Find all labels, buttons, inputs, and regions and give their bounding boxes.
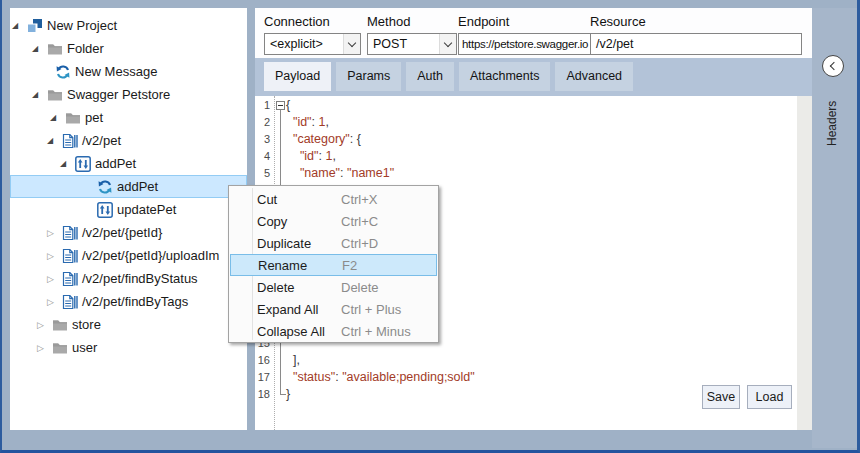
fold-margin bbox=[270, 131, 286, 148]
endpoint-input[interactable]: https://petstore.swagger.io bbox=[458, 33, 592, 55]
resource-icon bbox=[62, 271, 78, 287]
tree-item-label: New Project bbox=[47, 18, 117, 33]
expander-open-icon[interactable]: ◢ bbox=[12, 21, 27, 30]
save-button[interactable]: Save bbox=[702, 385, 740, 409]
project-tree-panel: ◢ New Project ◢ Folder New Message ◢ Swa… bbox=[10, 8, 247, 430]
menu-item-shortcut: Ctrl+X bbox=[341, 192, 377, 207]
line-number: 18 bbox=[255, 386, 270, 403]
tab-payload[interactable]: Payload bbox=[264, 62, 331, 91]
tree-item-label: addPet bbox=[95, 156, 136, 171]
expander-collapsed-icon[interactable]: ▷ bbox=[47, 274, 62, 284]
code-text: } bbox=[286, 386, 290, 403]
tree-item--v2-pet-petid-[interactable]: ▷ /v2/pet/{petId} bbox=[10, 221, 247, 244]
menu-item-shortcut: Ctrl + Plus bbox=[341, 302, 401, 317]
fold-toggle-icon[interactable] bbox=[276, 101, 285, 110]
tree-item-pet[interactable]: ◢ pet bbox=[10, 106, 247, 129]
fold-guide-elbow bbox=[280, 394, 286, 395]
tree-item-label: /v2/pet/findByStatus bbox=[82, 271, 198, 286]
expander-collapsed-icon[interactable]: ▷ bbox=[47, 251, 62, 261]
folder-icon bbox=[52, 317, 68, 333]
menu-item-cut[interactable]: Cut Ctrl+X bbox=[229, 188, 438, 210]
menu-item-rename[interactable]: Rename F2 bbox=[230, 254, 437, 276]
tree-item-label: addPet bbox=[117, 179, 158, 194]
tree-item-addpet[interactable]: ◢ addPet bbox=[10, 152, 247, 175]
fold-margin bbox=[270, 148, 286, 165]
endpoint-label: Endpoint bbox=[458, 14, 592, 32]
fold-margin bbox=[270, 352, 286, 369]
line-number: 16 bbox=[255, 352, 270, 369]
expander-collapsed-icon[interactable]: ▷ bbox=[37, 343, 52, 353]
expander-collapsed-icon[interactable]: ▷ bbox=[47, 228, 62, 238]
project-tree: ◢ New Project ◢ Folder New Message ◢ Swa… bbox=[10, 8, 247, 359]
expander-collapsed-icon[interactable]: ▷ bbox=[47, 297, 62, 307]
menu-item-label: Duplicate bbox=[257, 236, 311, 251]
tree-item-label: /v2/pet/{petId}/uploadIm bbox=[82, 248, 219, 263]
dropdown-chevron-box bbox=[439, 34, 456, 54]
expander-open-icon[interactable]: ◢ bbox=[60, 159, 75, 168]
menu-item-label: Copy bbox=[257, 214, 287, 229]
resource-icon bbox=[62, 294, 78, 310]
request-tab-strip: PayloadParamsAuthAttachmentsAdvanced bbox=[255, 58, 812, 96]
tree-item-label: /v2/pet/findByTags bbox=[82, 294, 188, 309]
menu-item-copy[interactable]: Copy Ctrl+C bbox=[229, 210, 438, 232]
dropdown-chevron-box bbox=[343, 34, 360, 54]
code-text: "category": { bbox=[286, 131, 361, 148]
tree-item-store[interactable]: ▷ store bbox=[10, 313, 247, 336]
menu-item-shortcut: Ctrl+C bbox=[341, 214, 378, 229]
expander-open-icon[interactable]: ◢ bbox=[32, 90, 47, 99]
load-button[interactable]: Load bbox=[747, 385, 792, 409]
folder-icon bbox=[65, 110, 81, 126]
line-number: 5 bbox=[255, 165, 270, 182]
connection-label: Connection bbox=[264, 14, 361, 32]
tab-attachments[interactable]: Attachments bbox=[459, 62, 550, 91]
tree-item--v2-pet-findbytags[interactable]: ▷ /v2/pet/findByTags bbox=[10, 290, 247, 313]
method-select[interactable]: POST bbox=[367, 33, 457, 55]
tree-item-new-project[interactable]: ◢ New Project bbox=[10, 14, 247, 37]
tree-item-label: store bbox=[72, 317, 101, 332]
menu-item-label: Expand All bbox=[257, 302, 318, 317]
code-line: 16 ], bbox=[255, 352, 796, 369]
tree-item-user[interactable]: ▷ user bbox=[10, 336, 247, 359]
tree-item--v2-pet-findbystatus[interactable]: ▷ /v2/pet/findByStatus bbox=[10, 267, 247, 290]
expander-open-icon[interactable]: ◢ bbox=[47, 136, 62, 145]
connection-select[interactable]: <explicit> bbox=[264, 33, 361, 55]
tree-item-label: New Message bbox=[75, 64, 157, 79]
tree-item-updatepet[interactable]: updatePet bbox=[10, 198, 247, 221]
expand-panel-button[interactable] bbox=[822, 55, 844, 77]
resource-label: Resource bbox=[590, 14, 802, 32]
tree-item-swagger-petstore[interactable]: ◢ Swagger Petstore bbox=[10, 83, 247, 106]
method-value: POST bbox=[373, 37, 407, 51]
tree-item--v2-pet-petid-uploadim[interactable]: ▷ /v2/pet/{petId}/uploadIm bbox=[10, 244, 247, 267]
method-field: Method POST bbox=[367, 14, 457, 55]
fold-margin bbox=[270, 369, 286, 386]
tree-item-label: updatePet bbox=[117, 202, 176, 217]
tree-item-label: /v2/pet/{petId} bbox=[82, 225, 162, 240]
tree-item--v2-pet[interactable]: ◢ /v2/pet bbox=[10, 129, 247, 152]
tree-item-new-message[interactable]: New Message bbox=[10, 60, 247, 83]
tree-item-label: user bbox=[72, 340, 97, 355]
menu-item-collapse-all[interactable]: Collapse All Ctrl + Minus bbox=[229, 320, 438, 342]
menu-item-expand-all[interactable]: Expand All Ctrl + Plus bbox=[229, 298, 438, 320]
refresh-icon bbox=[97, 179, 113, 195]
tree-item-folder[interactable]: ◢ Folder bbox=[10, 37, 247, 60]
tree-item-label: /v2/pet bbox=[82, 133, 121, 148]
tab-advanced[interactable]: Advanced bbox=[555, 62, 633, 91]
expander-collapsed-icon[interactable]: ▷ bbox=[37, 320, 52, 330]
context-menu: Cut Ctrl+X Copy Ctrl+C Duplicate Ctrl+D … bbox=[228, 185, 439, 343]
headers-panel-tab[interactable]: Headers bbox=[812, 8, 857, 448]
code-text: { bbox=[286, 97, 290, 114]
line-number: 3 bbox=[255, 131, 270, 148]
connection-bar: Connection <explicit> Method POST Endpoi… bbox=[255, 8, 812, 58]
tree-item-label: Swagger Petstore bbox=[67, 87, 170, 102]
expander-open-icon[interactable]: ◢ bbox=[32, 44, 47, 53]
menu-item-duplicate[interactable]: Duplicate Ctrl+D bbox=[229, 232, 438, 254]
tab-params[interactable]: Params bbox=[336, 62, 401, 91]
resource-input[interactable]: /v2/pet bbox=[590, 33, 802, 55]
line-number: 1 bbox=[255, 97, 270, 114]
line-number: 17 bbox=[255, 369, 270, 386]
expander-open-icon[interactable]: ◢ bbox=[50, 113, 65, 122]
menu-item-delete[interactable]: Delete Delete bbox=[229, 276, 438, 298]
code-text: ], bbox=[286, 352, 300, 369]
tab-auth[interactable]: Auth bbox=[406, 62, 454, 91]
tree-item-addpet[interactable]: addPet bbox=[10, 175, 247, 198]
